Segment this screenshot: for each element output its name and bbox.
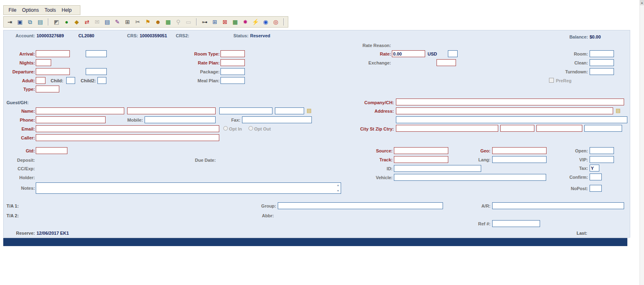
zip-input[interactable] — [536, 125, 582, 132]
name-title-input[interactable] — [275, 107, 304, 114]
copy-icon[interactable]: ⧉ — [26, 18, 34, 26]
help-icon[interactable]: ◉ — [262, 18, 269, 26]
country-input[interactable] — [584, 125, 622, 132]
scrollbar-up-icon[interactable]: ▲ — [640, 0, 644, 5]
address-line1-input[interactable] — [396, 107, 613, 114]
child-input[interactable] — [66, 77, 75, 84]
rate-plan-input[interactable] — [220, 59, 245, 66]
fax-input[interactable] — [242, 116, 312, 123]
photo-icon[interactable]: ▦ — [164, 18, 172, 26]
source-input[interactable] — [394, 147, 448, 154]
rate-reason-label: Rate Reason: — [356, 43, 391, 48]
caller-input[interactable] — [36, 134, 219, 141]
email-label: Email: — [4, 126, 35, 132]
pen-icon[interactable]: ✎ — [114, 18, 121, 26]
turndown-input[interactable] — [590, 68, 614, 75]
target-icon[interactable]: ◎ — [272, 18, 279, 26]
clean-input[interactable] — [590, 59, 614, 66]
geo-input[interactable] — [492, 147, 547, 154]
ar-input[interactable] — [492, 202, 624, 209]
arrival-time-input[interactable] — [86, 50, 107, 57]
nopost-input[interactable] — [590, 185, 602, 192]
name-lookup-icon[interactable]: ▤ — [306, 107, 313, 114]
menu-file[interactable]: File — [6, 6, 19, 14]
meal-plan-label: Meal Plan: — [185, 78, 220, 84]
name-first-input[interactable] — [127, 107, 216, 114]
deposit-label: Deposit: — [4, 158, 35, 163]
type-input[interactable] — [36, 86, 59, 92]
prereg-checkbox — [549, 78, 554, 83]
meal-plan-input[interactable] — [220, 77, 245, 84]
address-line2-input[interactable] — [396, 116, 627, 123]
track-input[interactable] — [394, 156, 448, 163]
exit-icon[interactable]: ⇥ — [6, 18, 13, 26]
adult-input[interactable] — [36, 77, 45, 84]
lightning-icon[interactable]: ⚡ — [252, 18, 259, 26]
nights-input[interactable] — [36, 59, 51, 66]
ref-input[interactable] — [492, 220, 540, 227]
notes-label: Notes: — [4, 186, 35, 191]
state-input[interactable] — [500, 125, 534, 132]
confirm-input[interactable] — [590, 174, 602, 180]
gtd-input[interactable] — [36, 147, 67, 154]
city-input[interactable] — [396, 125, 498, 132]
tax-input[interactable] — [590, 165, 599, 171]
mobile-input[interactable] — [145, 116, 216, 123]
exchange-input[interactable] — [437, 59, 456, 66]
due-date-label: Due Date: — [195, 158, 216, 163]
ledger-icon[interactable]: ▤ — [104, 18, 111, 26]
group-input[interactable] — [278, 202, 443, 209]
grid-remove-icon[interactable]: ⊠ — [221, 18, 229, 26]
room-input[interactable] — [590, 50, 614, 57]
open-label: Open: — [564, 148, 588, 154]
guest-history-icon[interactable]: ☻ — [154, 18, 162, 26]
name-middle-input[interactable] — [219, 107, 272, 114]
notes-textarea[interactable] — [36, 182, 341, 194]
exchange-label: Exchange: — [356, 60, 391, 66]
vehicle-input[interactable] — [394, 174, 546, 181]
child2-input[interactable] — [97, 77, 106, 84]
room-type-input[interactable] — [220, 50, 245, 57]
ta2-label: T/A 2: — [6, 213, 19, 219]
vertical-scrollbar[interactable]: ▲ — [640, 0, 644, 285]
calculator-icon[interactable]: ⊞ — [124, 18, 131, 26]
scroll-down-icon[interactable]: ▼ — [337, 189, 339, 193]
currency-flag-input[interactable] — [448, 50, 458, 57]
cascade-windows-icon[interactable]: ▤ — [37, 18, 44, 26]
package-input[interactable] — [220, 68, 245, 75]
open-input[interactable] — [590, 147, 614, 154]
scroll-up-icon[interactable]: ▲ — [337, 183, 339, 187]
rate-cut-icon[interactable]: ✂ — [134, 18, 141, 26]
cash-icon[interactable]: ● — [63, 18, 70, 26]
terminal-icon[interactable]: ▦ — [231, 18, 239, 26]
save-icon[interactable]: ▣ — [16, 18, 24, 26]
email-input[interactable] — [36, 125, 219, 132]
address-lookup-icon[interactable]: ▤ — [615, 107, 622, 114]
menu-options[interactable]: Options — [19, 6, 41, 14]
id-input[interactable] — [394, 165, 481, 172]
transfer-icon[interactable]: ⇄ — [83, 18, 91, 26]
toolbar-separator — [48, 18, 49, 26]
ref-label: Ref #: — [470, 221, 491, 227]
fax-label: Fax: — [226, 118, 240, 123]
notes-scroll-arrows[interactable]: ▲▼ — [335, 183, 341, 193]
departure-time-input[interactable] — [86, 68, 107, 75]
phone-input[interactable] — [36, 116, 106, 123]
rate-input[interactable] — [392, 50, 425, 57]
key-icon[interactable]: ⊶ — [201, 18, 208, 26]
name-last-input[interactable] — [36, 107, 124, 114]
grid-icon[interactable]: ⊞ — [211, 18, 218, 26]
package-icon[interactable]: ◆ — [73, 18, 80, 26]
departure-input[interactable] — [36, 68, 70, 75]
vip-input[interactable] — [590, 156, 614, 163]
company-input[interactable] — [396, 99, 624, 105]
lang-input[interactable] — [492, 156, 547, 163]
eraser-icon[interactable]: ◩ — [53, 18, 60, 26]
status-label: Status: — [232, 33, 249, 39]
menu-help[interactable]: Help — [59, 6, 74, 14]
celebration-icon[interactable]: ✸ — [242, 18, 249, 26]
flag-icon[interactable]: ⚑ — [144, 18, 151, 26]
menu-tools[interactable]: Tools — [42, 6, 58, 14]
holder-label: Holder: — [4, 175, 35, 180]
arrival-input[interactable] — [36, 50, 70, 57]
